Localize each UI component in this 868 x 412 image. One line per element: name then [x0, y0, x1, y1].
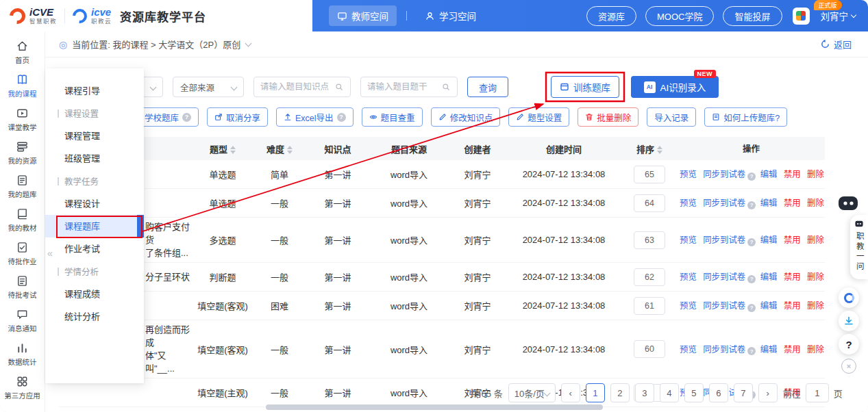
horizontal-scrollbar[interactable]	[266, 404, 603, 410]
sync-to-paper-link[interactable]: 同步到试卷	[703, 170, 745, 179]
pill-smart-cast[interactable]: 智能投屏	[723, 6, 782, 26]
close-float-button[interactable]: ×	[841, 359, 856, 374]
page-button[interactable]: 4	[660, 383, 679, 402]
user-menu[interactable]: 正式版 刘宵宁	[821, 9, 856, 23]
question-type-settings-button[interactable]: 题型设置	[508, 107, 569, 127]
delete-link[interactable]: 删除	[807, 170, 824, 179]
help-icon[interactable]: ?	[747, 238, 756, 246]
sort-order-input[interactable]: 62	[634, 268, 665, 286]
edit-link[interactable]: 编辑	[760, 235, 778, 245]
cancel-share-button[interactable]: 取消分享	[207, 107, 268, 127]
breadcrumb-chevron-down-icon[interactable]	[245, 40, 252, 47]
help-float-button[interactable]: ?	[839, 334, 859, 355]
pill-resource-library[interactable]: 资源库	[586, 6, 636, 26]
header-question-type[interactable]: 题型	[193, 142, 253, 155]
preview-link[interactable]: 预览	[680, 272, 697, 282]
preview-link[interactable]: 预览	[680, 301, 697, 311]
edit-link[interactable]: 编辑	[760, 345, 778, 355]
collapse-panel-icon[interactable]: «	[47, 248, 53, 259]
header-sort-order[interactable]: 排序	[621, 142, 678, 155]
delete-link[interactable]: 删除	[807, 301, 824, 311]
sort-order-input[interactable]: 64	[634, 194, 665, 212]
disable-link[interactable]: 禁用	[784, 272, 801, 282]
import-records-button[interactable]: 导入记录	[647, 107, 696, 127]
submenu-item-course-question-bank[interactable]: 课程题库	[45, 215, 144, 237]
sidebar-item-notifications[interactable]: 消息通知	[0, 304, 45, 337]
disable-link[interactable]: 禁用	[784, 170, 801, 179]
page-button[interactable]: 2	[610, 383, 630, 402]
nav-teacher-space[interactable]: 教师空间	[329, 5, 397, 26]
help-icon[interactable]: ?	[747, 304, 756, 312]
app-grid-icon[interactable]	[793, 8, 810, 25]
disable-link[interactable]: 禁用	[784, 198, 801, 208]
batch-delete-button[interactable]: 批量删除	[578, 107, 638, 127]
edit-link[interactable]: 编辑	[760, 170, 778, 179]
sort-order-input[interactable]: 65	[634, 166, 665, 183]
submenu-item-course-guide[interactable]: 课程引导	[45, 79, 144, 102]
delete-link[interactable]: 删除	[807, 235, 824, 245]
sync-to-paper-link[interactable]: 同步到试卷	[703, 301, 745, 311]
modify-knowledge-button[interactable]: 修改知识点	[431, 107, 501, 127]
sidebar-item-my-question-bank[interactable]: 我的题库	[0, 170, 45, 203]
sidebar-item-my-courses[interactable]: 我的课程	[0, 69, 45, 103]
goto-page-input[interactable]	[806, 383, 829, 402]
train-question-bank-button[interactable]: 训练题库	[551, 76, 619, 98]
sidebar-item-home[interactable]: 首页	[0, 36, 45, 69]
page-button[interactable]: 3	[635, 383, 654, 402]
query-button[interactable]: 查询	[467, 77, 508, 97]
disable-link[interactable]: 禁用	[784, 345, 801, 355]
edit-link[interactable]: 编辑	[760, 272, 778, 282]
sidebar-item-classroom-teaching[interactable]: 课堂教学	[0, 103, 45, 136]
edit-link[interactable]: 编辑	[760, 198, 778, 208]
delete-link[interactable]: 删除	[807, 272, 824, 282]
back-button[interactable]: 返回	[820, 38, 852, 51]
question-source-select[interactable]: 全部来源	[173, 77, 244, 97]
page-size-select[interactable]: 10条/页	[508, 383, 556, 402]
next-page-button[interactable]: ›	[758, 383, 778, 402]
help-icon[interactable]: ?	[747, 172, 756, 181]
submenu-item-statistical-analysis[interactable]: 统计分析	[45, 305, 144, 328]
delete-link[interactable]: 删除	[807, 198, 824, 208]
page-button[interactable]: 6	[709, 383, 728, 402]
header-difficulty[interactable]: 难度	[253, 142, 306, 155]
delete-link[interactable]: 删除	[807, 345, 824, 355]
edit-link[interactable]: 编辑	[760, 301, 778, 311]
prev-page-button[interactable]: ‹	[561, 383, 580, 402]
pill-mooc-academy[interactable]: MOOC学院	[645, 6, 714, 26]
sync-to-paper-link[interactable]: 同步到试卷	[703, 272, 745, 282]
submenu-item-course-grades[interactable]: 课程成绩	[45, 283, 144, 305]
sidebar-item-my-textbooks[interactable]: 我的教材	[0, 203, 45, 237]
submenu-item-course-design[interactable]: 课程设计	[45, 192, 144, 215]
submenu-item-homework-exams[interactable]: 作业考试	[45, 237, 144, 260]
sidebar-item-third-party-apps[interactable]: 第三方应用	[0, 371, 45, 404]
school-bank-button[interactable]: 学校题库 ?	[137, 107, 199, 127]
sort-order-input[interactable]: 60	[634, 340, 665, 358]
preview-link[interactable]: 预览	[680, 345, 697, 355]
preview-link[interactable]: 预览	[680, 235, 697, 245]
duplicate-check-button[interactable]: 题目查重	[362, 107, 423, 127]
help-icon[interactable]: ?	[747, 275, 756, 283]
page-button[interactable]: 5	[684, 383, 704, 402]
sort-order-input[interactable]: 63	[634, 231, 665, 249]
sync-to-paper-link[interactable]: 同步到试卷	[703, 198, 745, 208]
how-to-upload-button[interactable]: 如何上传题库?	[704, 107, 787, 127]
preview-link[interactable]: 预览	[680, 198, 697, 208]
disable-link[interactable]: 禁用	[784, 301, 801, 311]
sync-to-paper-link[interactable]: 同步到试卷	[703, 235, 745, 245]
sidebar-item-data-statistics[interactable]: 数据统计	[0, 337, 45, 371]
submenu-item-course-management[interactable]: 课程管理	[45, 125, 144, 147]
help-icon[interactable]: ?	[747, 201, 756, 209]
page-button[interactable]: 7	[734, 383, 753, 402]
submenu-item-class-management[interactable]: 班级管理	[45, 147, 144, 170]
assistant-chat-button[interactable]	[839, 287, 859, 308]
sync-to-paper-link[interactable]: 同步到试卷	[703, 345, 745, 355]
preview-link[interactable]: 预览	[680, 170, 697, 179]
ai-recognition-entry-button[interactable]: AI AI识别录入 NEW	[631, 76, 719, 98]
download-float-button[interactable]	[839, 311, 859, 331]
question-stem-input[interactable]	[367, 82, 442, 92]
sidebar-item-my-resources[interactable]: 我的资源	[0, 136, 45, 170]
sidebar-item-pending-homework[interactable]: 待批作业	[0, 237, 45, 270]
assistant-tab[interactable]: 职教一问	[850, 215, 868, 279]
knowledge-point-input[interactable]	[260, 82, 335, 92]
help-icon[interactable]: ?	[747, 347, 756, 355]
